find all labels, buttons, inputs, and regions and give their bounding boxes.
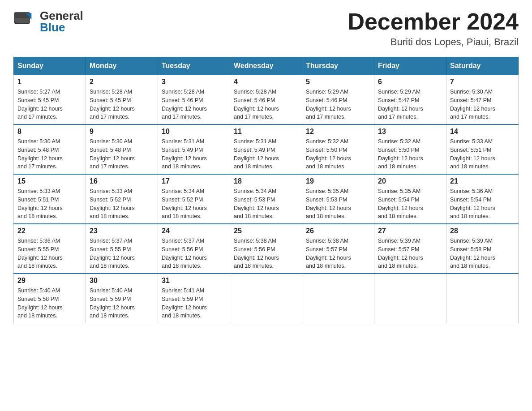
day-number: 15 <box>17 177 82 185</box>
day-number: 30 <box>90 277 154 285</box>
calendar-cell: 30 Sunrise: 5:40 AM Sunset: 5:59 PM Dayl… <box>86 274 158 323</box>
title-section: December 2024 Buriti dos Lopes, Piaui, B… <box>348 9 519 48</box>
header-cell-sunday: Sunday <box>14 57 86 75</box>
day-number: 7 <box>450 78 515 86</box>
calendar-cell: 11 Sunrise: 5:31 AM Sunset: 5:49 PM Dayl… <box>230 124 302 174</box>
day-number: 20 <box>378 177 442 185</box>
calendar-cell <box>374 274 446 323</box>
calendar-cell: 7 Sunrise: 5:30 AM Sunset: 5:47 PM Dayli… <box>446 75 519 124</box>
calendar-cell: 5 Sunrise: 5:29 AM Sunset: 5:46 PM Dayli… <box>302 75 374 124</box>
calendar-cell: 1 Sunrise: 5:27 AM Sunset: 5:45 PM Dayli… <box>14 75 86 124</box>
calendar-cell: 8 Sunrise: 5:30 AM Sunset: 5:48 PM Dayli… <box>14 124 86 174</box>
day-info: Sunrise: 5:28 AM Sunset: 5:45 PM Dayligh… <box>90 88 154 121</box>
logo-name: General Blue <box>40 10 83 33</box>
calendar-header: SundayMondayTuesdayWednesdayThursdayFrid… <box>14 57 519 75</box>
day-info: Sunrise: 5:29 AM Sunset: 5:47 PM Dayligh… <box>378 88 442 121</box>
day-number: 11 <box>234 128 298 136</box>
day-number: 1 <box>17 78 82 86</box>
logo: General Blue <box>13 9 83 34</box>
day-number: 22 <box>17 227 82 235</box>
header-cell-saturday: Saturday <box>446 57 519 75</box>
day-info: Sunrise: 5:28 AM Sunset: 5:46 PM Dayligh… <box>234 88 298 121</box>
calendar-cell: 2 Sunrise: 5:28 AM Sunset: 5:45 PM Dayli… <box>86 75 158 124</box>
day-info: Sunrise: 5:33 AM Sunset: 5:51 PM Dayligh… <box>450 137 515 171</box>
day-info: Sunrise: 5:36 AM Sunset: 5:54 PM Dayligh… <box>450 187 515 221</box>
day-number: 14 <box>450 128 515 136</box>
calendar-table: SundayMondayTuesdayWednesdayThursdayFrid… <box>13 57 519 323</box>
day-info: Sunrise: 5:32 AM Sunset: 5:50 PM Dayligh… <box>378 137 442 171</box>
day-info: Sunrise: 5:30 AM Sunset: 5:47 PM Dayligh… <box>450 88 515 121</box>
calendar-cell: 3 Sunrise: 5:28 AM Sunset: 5:46 PM Dayli… <box>158 75 230 124</box>
calendar-week-3: 15 Sunrise: 5:33 AM Sunset: 5:51 PM Dayl… <box>14 174 519 224</box>
calendar-cell <box>446 274 519 323</box>
day-info: Sunrise: 5:30 AM Sunset: 5:48 PM Dayligh… <box>17 137 82 171</box>
day-info: Sunrise: 5:35 AM Sunset: 5:54 PM Dayligh… <box>378 187 442 221</box>
logo-general-text: General <box>40 10 83 21</box>
day-info: Sunrise: 5:35 AM Sunset: 5:53 PM Dayligh… <box>306 187 370 221</box>
day-info: Sunrise: 5:34 AM Sunset: 5:53 PM Dayligh… <box>234 187 298 221</box>
calendar-cell: 29 Sunrise: 5:40 AM Sunset: 5:58 PM Dayl… <box>14 274 86 323</box>
calendar-week-4: 22 Sunrise: 5:36 AM Sunset: 5:55 PM Dayl… <box>14 224 519 274</box>
day-number: 31 <box>162 277 226 285</box>
calendar-cell: 21 Sunrise: 5:36 AM Sunset: 5:54 PM Dayl… <box>446 174 519 224</box>
header-row: SundayMondayTuesdayWednesdayThursdayFrid… <box>14 57 519 75</box>
calendar-cell: 28 Sunrise: 5:39 AM Sunset: 5:58 PM Dayl… <box>446 224 519 274</box>
day-number: 25 <box>234 227 298 235</box>
day-number: 16 <box>90 177 154 185</box>
header-cell-friday: Friday <box>374 57 446 75</box>
day-info: Sunrise: 5:34 AM Sunset: 5:52 PM Dayligh… <box>162 187 226 221</box>
day-info: Sunrise: 5:36 AM Sunset: 5:55 PM Dayligh… <box>17 237 82 270</box>
day-info: Sunrise: 5:27 AM Sunset: 5:45 PM Dayligh… <box>17 88 82 121</box>
calendar-cell: 31 Sunrise: 5:41 AM Sunset: 5:59 PM Dayl… <box>158 274 230 323</box>
calendar-cell: 6 Sunrise: 5:29 AM Sunset: 5:47 PM Dayli… <box>374 75 446 124</box>
header-cell-monday: Monday <box>86 57 158 75</box>
day-number: 27 <box>378 227 442 235</box>
day-number: 21 <box>450 177 515 185</box>
day-number: 29 <box>17 277 82 285</box>
day-info: Sunrise: 5:31 AM Sunset: 5:49 PM Dayligh… <box>234 137 298 171</box>
day-info: Sunrise: 5:40 AM Sunset: 5:58 PM Dayligh… <box>17 287 82 320</box>
calendar-subtitle: Buriti dos Lopes, Piaui, Brazil <box>348 36 519 48</box>
calendar-week-2: 8 Sunrise: 5:30 AM Sunset: 5:48 PM Dayli… <box>14 124 519 174</box>
day-number: 18 <box>234 177 298 185</box>
calendar-cell: 22 Sunrise: 5:36 AM Sunset: 5:55 PM Dayl… <box>14 224 86 274</box>
logo-blue-text: Blue <box>40 21 83 33</box>
day-info: Sunrise: 5:40 AM Sunset: 5:59 PM Dayligh… <box>90 287 154 320</box>
calendar-cell: 20 Sunrise: 5:35 AM Sunset: 5:54 PM Dayl… <box>374 174 446 224</box>
day-info: Sunrise: 5:39 AM Sunset: 5:57 PM Dayligh… <box>378 237 442 270</box>
day-info: Sunrise: 5:39 AM Sunset: 5:58 PM Dayligh… <box>450 237 515 270</box>
calendar-cell: 25 Sunrise: 5:38 AM Sunset: 5:56 PM Dayl… <box>230 224 302 274</box>
day-info: Sunrise: 5:37 AM Sunset: 5:56 PM Dayligh… <box>162 237 226 270</box>
calendar-cell: 18 Sunrise: 5:34 AM Sunset: 5:53 PM Dayl… <box>230 174 302 224</box>
day-number: 6 <box>378 78 442 86</box>
header-cell-tuesday: Tuesday <box>158 57 230 75</box>
calendar-cell: 10 Sunrise: 5:31 AM Sunset: 5:49 PM Dayl… <box>158 124 230 174</box>
day-info: Sunrise: 5:30 AM Sunset: 5:48 PM Dayligh… <box>90 137 154 171</box>
day-info: Sunrise: 5:33 AM Sunset: 5:52 PM Dayligh… <box>90 187 154 221</box>
day-number: 24 <box>162 227 226 235</box>
day-info: Sunrise: 5:38 AM Sunset: 5:56 PM Dayligh… <box>234 237 298 270</box>
day-info: Sunrise: 5:28 AM Sunset: 5:46 PM Dayligh… <box>162 88 226 121</box>
page-header: General Blue December 2024 Buriti dos Lo… <box>13 9 519 48</box>
calendar-week-5: 29 Sunrise: 5:40 AM Sunset: 5:58 PM Dayl… <box>14 274 519 323</box>
calendar-cell: 19 Sunrise: 5:35 AM Sunset: 5:53 PM Dayl… <box>302 174 374 224</box>
calendar-cell: 4 Sunrise: 5:28 AM Sunset: 5:46 PM Dayli… <box>230 75 302 124</box>
calendar-body: 1 Sunrise: 5:27 AM Sunset: 5:45 PM Dayli… <box>14 75 519 323</box>
day-number: 9 <box>90 128 154 136</box>
day-number: 26 <box>306 227 370 235</box>
day-number: 19 <box>306 177 370 185</box>
day-number: 23 <box>90 227 154 235</box>
day-number: 10 <box>162 128 226 136</box>
calendar-cell: 17 Sunrise: 5:34 AM Sunset: 5:52 PM Dayl… <box>158 174 230 224</box>
calendar-cell: 15 Sunrise: 5:33 AM Sunset: 5:51 PM Dayl… <box>14 174 86 224</box>
calendar-cell: 23 Sunrise: 5:37 AM Sunset: 5:55 PM Dayl… <box>86 224 158 274</box>
day-number: 17 <box>162 177 226 185</box>
calendar-cell: 16 Sunrise: 5:33 AM Sunset: 5:52 PM Dayl… <box>86 174 158 224</box>
calendar-title: December 2024 <box>348 9 519 34</box>
day-number: 3 <box>162 78 226 86</box>
day-number: 4 <box>234 78 298 86</box>
calendar-cell: 26 Sunrise: 5:38 AM Sunset: 5:57 PM Dayl… <box>302 224 374 274</box>
calendar-cell: 13 Sunrise: 5:32 AM Sunset: 5:50 PM Dayl… <box>374 124 446 174</box>
day-info: Sunrise: 5:37 AM Sunset: 5:55 PM Dayligh… <box>90 237 154 270</box>
header-cell-thursday: Thursday <box>302 57 374 75</box>
